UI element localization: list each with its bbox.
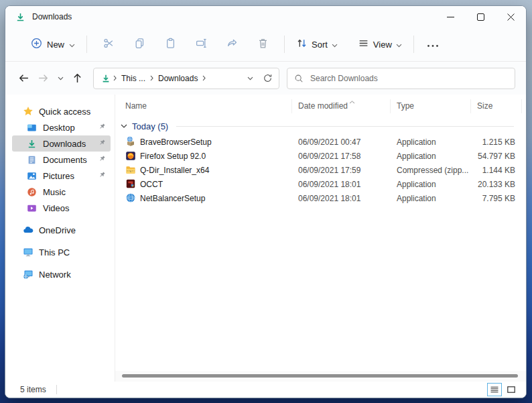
column-header-type[interactable]: Type (397, 101, 414, 111)
status-bar: 5 items (5, 382, 526, 398)
search-box[interactable] (287, 68, 515, 89)
sidebar-item-network[interactable]: Network (12, 266, 111, 282)
file-size: 1.144 KB (437, 166, 515, 175)
new-button-label: New (47, 40, 64, 50)
sidebar-item-label: Downloads (43, 139, 86, 149)
view-button[interactable]: View (352, 34, 407, 55)
sidebar-item-label: Network (39, 270, 71, 280)
sort-ascending-chevron-icon (349, 97, 355, 106)
sidebar-item-label: Pictures (43, 171, 74, 181)
pin-icon (98, 155, 106, 165)
file-list-pane: Name Date modified Type Size Today (5) (115, 95, 526, 382)
window-controls (436, 6, 526, 27)
horizontal-scrollbar-track[interactable] (115, 371, 526, 382)
column-header-size[interactable]: Size (477, 101, 492, 111)
sort-button[interactable]: Sort (291, 34, 343, 55)
paste-button[interactable] (157, 32, 184, 56)
large-icons-view-button[interactable] (504, 383, 519, 396)
sidebar-item-documents[interactable]: Documents (12, 152, 111, 168)
file-type: Application (397, 137, 436, 147)
delete-button[interactable] (249, 32, 276, 56)
sort-arrows-icon (296, 38, 308, 51)
copy-icon (134, 38, 145, 52)
chevron-down-icon (69, 38, 75, 50)
sidebar-item-label: Videos (43, 203, 70, 213)
large-icons-view-icon (507, 384, 515, 396)
desktop-background: Downloads New (0, 0, 532, 403)
group-header-today[interactable]: Today (5) (115, 117, 526, 135)
file-type: Application (397, 180, 436, 189)
address-dropdown-chevron[interactable] (241, 70, 259, 87)
chevron-down-icon (121, 124, 127, 128)
share-button[interactable] (218, 32, 245, 56)
refresh-button[interactable] (259, 70, 276, 87)
column-divider[interactable] (470, 99, 471, 113)
column-divider[interactable] (390, 99, 391, 113)
sidebar-item-pictures[interactable]: Pictures (12, 168, 111, 184)
file-date-modified: 06/09/2021 00:47 (298, 137, 360, 147)
downloads-icon (26, 138, 38, 150)
new-button[interactable]: New (25, 34, 80, 56)
recent-locations-chevron[interactable] (53, 68, 68, 89)
title-bar: Downloads (5, 6, 526, 27)
column-header-name[interactable]: Name (125, 101, 147, 111)
navigation-pane: Quick access Desktop Downloads Documents (5, 95, 115, 382)
sidebar-item-videos[interactable]: Videos (12, 200, 111, 216)
back-button[interactable] (14, 68, 34, 89)
column-divider[interactable] (291, 99, 292, 113)
installer-box-globe-icon (125, 136, 136, 147)
onedrive-cloud-icon (22, 225, 34, 236)
address-bar[interactable]: This ... Downloads (93, 68, 279, 89)
file-row[interactable]: OCCT 06/09/2021 18:01 Application 20.133… (115, 177, 526, 191)
sidebar-item-this-pc[interactable]: This PC (12, 244, 111, 260)
chevron-down-icon (396, 40, 402, 50)
videos-icon (26, 203, 38, 214)
network-icon (22, 269, 34, 280)
rename-button[interactable] (188, 32, 214, 56)
file-row[interactable]: Firefox Setup 92.0 06/09/2021 17:58 Appl… (115, 149, 526, 163)
globe-app-icon (125, 192, 136, 203)
breadcrumb-downloads[interactable]: Downloads (156, 74, 200, 83)
music-icon (26, 186, 38, 198)
toolbar-separator (284, 36, 285, 53)
file-row[interactable]: NetBalancerSetup 06/09/2021 18:01 Applic… (115, 191, 526, 205)
breadcrumb-chevron-icon (147, 75, 156, 81)
file-size: 54.797 KB (437, 152, 515, 161)
file-row[interactable]: Q-Dir_Installer_x64 06/09/2021 17:59 Com… (115, 163, 526, 177)
sidebar-item-quick-access[interactable]: Quick access (12, 103, 111, 119)
group-header-label: Today (5) (132, 121, 168, 131)
sidebar-item-label: Documents (43, 155, 87, 165)
window-body: Quick access Desktop Downloads Documents (5, 95, 526, 382)
scissors-icon (103, 38, 115, 52)
sidebar-item-onedrive[interactable]: OneDrive (12, 222, 111, 238)
sidebar-item-downloads[interactable]: Downloads (12, 135, 111, 152)
file-row[interactable]: BraveBrowserSetup 06/09/2021 00:47 Appli… (115, 135, 526, 149)
forward-button[interactable] (34, 68, 53, 89)
close-button[interactable] (496, 6, 526, 27)
navigation-bar: This ... Downloads (5, 61, 526, 95)
minimize-button[interactable] (436, 6, 466, 27)
copy-button[interactable] (126, 32, 153, 56)
search-input[interactable] (310, 74, 508, 83)
search-icon (294, 74, 304, 83)
up-button[interactable] (68, 68, 87, 89)
horizontal-scrollbar-thumb[interactable] (122, 374, 518, 378)
details-view-button[interactable] (487, 383, 502, 396)
sidebar-item-music[interactable]: Music (12, 184, 111, 200)
see-more-button[interactable] (422, 32, 444, 56)
sidebar-item-desktop[interactable]: Desktop (12, 119, 111, 135)
zipped-folder-icon (125, 164, 136, 175)
firefox-installer-icon (125, 150, 136, 161)
rename-icon (196, 38, 207, 52)
window-title: Downloads (32, 12, 72, 21)
column-header-date-modified[interactable]: Date modified (298, 101, 348, 111)
cut-button[interactable] (95, 32, 122, 56)
file-size: 1.215 KB (437, 137, 515, 147)
sort-button-label: Sort (312, 40, 328, 50)
maximize-button[interactable] (466, 6, 496, 27)
breadcrumb-this-pc[interactable]: This ... (119, 74, 147, 83)
group-header-line (176, 126, 514, 127)
file-name: NetBalancerSetup (140, 194, 205, 203)
column-divider[interactable] (521, 99, 522, 113)
toolbar-separator (86, 36, 87, 53)
